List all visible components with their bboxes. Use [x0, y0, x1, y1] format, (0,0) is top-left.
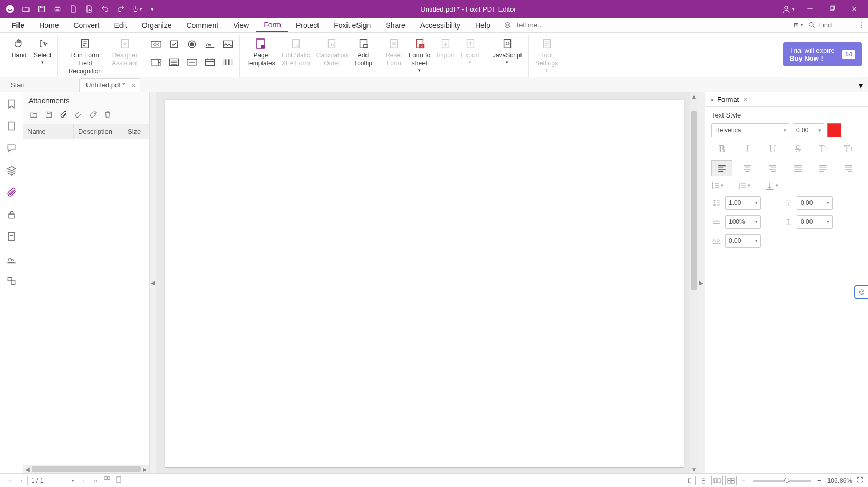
single-view-icon[interactable]	[684, 476, 696, 485]
subscript-icon[interactable]: T1	[838, 141, 859, 157]
zoom-in-icon[interactable]: +	[815, 477, 824, 484]
search-options-icon[interactable]: ▾	[793, 21, 803, 30]
button-field-icon[interactable]	[184, 54, 200, 71]
form-to-sheet[interactable]: Form to sheet▾	[406, 36, 433, 74]
strikethrough-icon[interactable]: S	[787, 141, 808, 157]
last-page-icon[interactable]: »	[90, 477, 101, 484]
print-icon[interactable]	[51, 2, 64, 16]
scroll-up-icon[interactable]: ▲	[690, 92, 698, 101]
facing-view-icon[interactable]	[711, 476, 723, 485]
document-canvas[interactable]: ▲ ▼	[156, 92, 698, 473]
align-center-icon[interactable]	[737, 160, 758, 176]
undo-icon[interactable]	[98, 2, 112, 16]
attachments-icon[interactable]	[5, 186, 18, 199]
find-input[interactable]	[818, 21, 850, 29]
articles-icon[interactable]	[5, 275, 18, 287]
menu-help[interactable]: Help	[468, 19, 498, 32]
app-logo-icon[interactable]	[3, 2, 17, 16]
panel-collapse-icon[interactable]: ◂	[710, 96, 713, 102]
zoom-slider[interactable]	[753, 480, 811, 482]
tab-overflow-icon[interactable]: ▾	[859, 81, 863, 91]
tab-start[interactable]: Start	[4, 78, 78, 92]
tell-me-input[interactable]	[513, 20, 560, 30]
maximize-icon[interactable]	[822, 2, 843, 16]
bullet-list-icon[interactable]: ▾	[711, 181, 724, 190]
scroll-thumb[interactable]	[691, 111, 697, 290]
prev-page-icon[interactable]: ‹	[16, 477, 27, 484]
char-spacing-select[interactable]: 0.00	[725, 234, 761, 248]
new-from-icon[interactable]	[82, 2, 96, 16]
tab-close-icon[interactable]: ×	[131, 81, 136, 90]
scroll-right-icon[interactable]: ▶	[143, 466, 147, 472]
trial-banner[interactable]: Trial will expire Buy Now ! 14	[783, 42, 862, 66]
collapse-left-handle[interactable]: ◀	[150, 92, 156, 473]
menu-edit[interactable]: Edit	[107, 19, 134, 32]
att-add-icon[interactable]	[58, 109, 69, 120]
align-right-icon[interactable]	[762, 160, 783, 176]
next-page-icon[interactable]: ›	[78, 477, 90, 484]
first-page-icon[interactable]: «	[4, 477, 16, 484]
page-view[interactable]	[165, 100, 684, 468]
add-tooltip[interactable]: Add Tooltip	[351, 36, 375, 69]
fields-panel-icon[interactable]	[5, 230, 18, 243]
security-icon[interactable]	[5, 208, 18, 221]
layers-icon[interactable]	[5, 164, 18, 177]
att-open-icon[interactable]	[28, 109, 39, 120]
tab-document[interactable]: Untitled.pdf * ×	[79, 78, 140, 92]
import-data[interactable]: Import	[433, 36, 458, 61]
new-blank-icon[interactable]	[66, 2, 80, 16]
attachments-hscroll[interactable]: ◀ ▶	[23, 465, 149, 473]
calc-order[interactable]: 12 Calculation Order	[313, 36, 351, 69]
edit-xfa[interactable]: Edit Static XFA Form	[278, 36, 313, 69]
designer-assistant[interactable]: Designer Assistant	[109, 36, 141, 69]
align-left-icon[interactable]	[711, 160, 732, 176]
att-header-name[interactable]: Name	[23, 124, 74, 139]
zoom-slider-knob[interactable]	[784, 478, 789, 483]
align-justify-right-icon[interactable]	[838, 160, 859, 176]
image-field-icon[interactable]	[219, 36, 236, 53]
font-family-select[interactable]: Helvetica	[711, 123, 789, 137]
hand-tool[interactable]: Hand	[7, 36, 31, 61]
ai-assistant-icon[interactable]: ☺	[854, 285, 868, 299]
zoom-percent[interactable]: 106.86%	[827, 477, 852, 484]
menu-protect[interactable]: Protect	[288, 19, 326, 32]
menu-file[interactable]: File	[4, 19, 32, 32]
bookmarks-icon[interactable]	[5, 98, 18, 110]
signature-panel-icon[interactable]	[5, 252, 18, 265]
comments-icon[interactable]	[5, 142, 18, 154]
combo-field-icon[interactable]	[148, 54, 165, 71]
text-field-icon[interactable]: OK	[148, 36, 165, 53]
baseline-select[interactable]: 0.00	[797, 215, 833, 229]
att-save-icon[interactable]	[43, 109, 54, 120]
zoom-out-icon[interactable]: −	[739, 477, 748, 484]
menu-convert[interactable]: Convert	[66, 19, 107, 32]
format-tab-label[interactable]: Format	[717, 95, 739, 103]
save-icon[interactable]	[35, 2, 49, 16]
pages-icon[interactable]	[5, 120, 18, 132]
export-data[interactable]: Export ▾	[458, 36, 483, 66]
fullscreen-icon[interactable]	[856, 476, 864, 485]
att-desc-icon[interactable]	[88, 109, 98, 120]
menu-comment[interactable]: Comment	[179, 19, 226, 32]
superscript-icon[interactable]: T1	[813, 141, 834, 157]
menu-home[interactable]: Home	[32, 19, 66, 32]
vertical-scrollbar[interactable]: ▲ ▼	[690, 92, 698, 473]
redo-icon[interactable]	[114, 2, 128, 16]
page-templates[interactable]: Page Templates	[243, 36, 278, 69]
att-link-icon[interactable]	[73, 109, 83, 120]
indent-icon[interactable]: ▾	[765, 181, 778, 190]
qat-customize-icon[interactable]: ▾	[146, 2, 159, 16]
tool-settings[interactable]: Tool Settings▾	[532, 36, 561, 74]
menu-form[interactable]: Form	[256, 18, 288, 32]
italic-icon[interactable]: I	[737, 141, 758, 157]
thumb-view-icon[interactable]	[101, 476, 113, 485]
menu-share[interactable]: Share	[378, 19, 412, 32]
para-spacing-select[interactable]: 0.00	[797, 196, 833, 210]
page-number-input[interactable]: 1 / 1 ▾	[27, 476, 78, 485]
close-icon[interactable]	[844, 2, 865, 16]
touch-mode-icon[interactable]: ▾	[130, 2, 143, 16]
menu-accessibility[interactable]: Accessibility	[413, 19, 468, 32]
reflow-icon[interactable]	[113, 476, 124, 485]
att-delete-icon[interactable]	[102, 109, 113, 120]
javascript-btn[interactable]: JS JavaScript ▾	[489, 36, 525, 66]
